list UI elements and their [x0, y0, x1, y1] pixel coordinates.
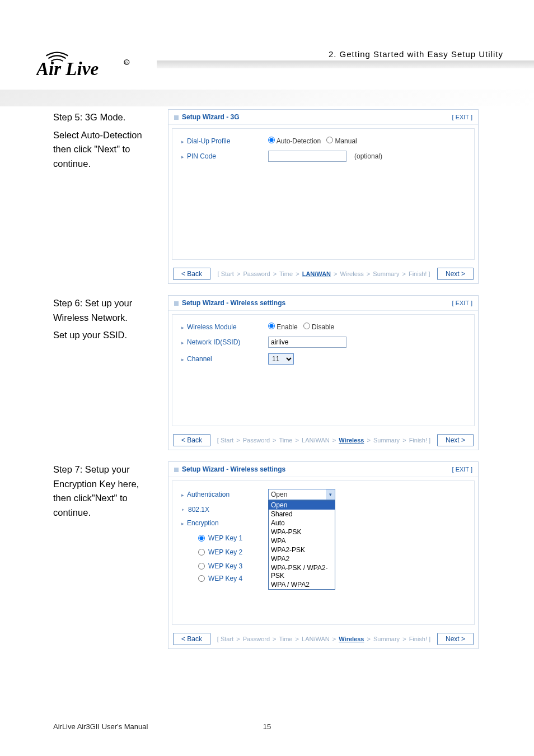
auth-option[interactable]: WPA2	[269, 554, 335, 563]
back-button[interactable]: < Back	[173, 633, 210, 645]
back-button[interactable]: < Back	[173, 268, 210, 280]
step5-title: Step 5: 3G Mode.	[53, 110, 158, 125]
brand-logo: Air Live R	[36, 48, 134, 83]
wizard-wireless-encryption: Setup Wizard - Wireless settings [ EXIT …	[168, 461, 479, 649]
wep-key-4-radio[interactable]	[198, 575, 205, 582]
wep-key-1-radio[interactable]	[198, 535, 205, 542]
manual-name: AirLive Air3GII User's Manual	[53, 722, 148, 731]
wep-key-2-label: WEP Key 2	[208, 548, 242, 556]
auth-option[interactable]: WPA-PSK / WPA2-PSK	[269, 563, 335, 580]
breadcrumb: [ Start > Password > Time > LAN/WAN > Wi…	[210, 636, 437, 642]
wep-key-3-label: WEP Key 3	[208, 562, 242, 570]
pin-input[interactable]	[268, 151, 346, 162]
back-button[interactable]: < Back	[173, 434, 210, 446]
channel-label: Channel	[181, 355, 268, 363]
auth-label: Authentication	[181, 491, 268, 498]
auth-option[interactable]: WPA / WPA2	[269, 580, 335, 589]
step6-text: Step 6: Set up your Wireless Network. Se…	[0, 295, 168, 450]
auth-option[interactable]: WPA2-PSK	[269, 545, 335, 554]
wep-key-4-label: WEP Key 4	[208, 575, 242, 582]
auth-select[interactable]: Open ▾	[268, 489, 335, 500]
step6-desc: Set up your SSID.	[53, 328, 158, 343]
wizard-wireless-settings: Setup Wizard - Wireless settings [ EXIT …	[168, 295, 479, 450]
enable-radio[interactable]: Enable	[268, 323, 298, 331]
wep-key-3-radio[interactable]	[198, 563, 205, 570]
page-number: 15	[263, 722, 271, 731]
step7-title: Step 7: Setup your Encryption Key here, …	[53, 463, 158, 520]
auth-option[interactable]: WPA	[269, 536, 335, 545]
svg-text:R: R	[125, 61, 128, 64]
wizard-title: Setup Wizard - Wireless settings	[174, 465, 285, 473]
wizard-title: Setup Wizard - 3G	[174, 113, 240, 121]
channel-select[interactable]: 11	[268, 353, 294, 365]
wep-key-2-radio[interactable]	[198, 549, 205, 556]
exit-link[interactable]: [ EXIT ]	[452, 300, 472, 306]
dialup-label: Dial-Up Profile	[181, 137, 268, 145]
page-footer: AirLive Air3GII User's Manual 15	[0, 722, 534, 731]
wep-key-1-label: WEP Key 1	[208, 534, 242, 542]
8021x-label: 802.1X	[181, 506, 268, 514]
next-button[interactable]: Next >	[437, 633, 474, 645]
auth-option[interactable]: WPA-PSK	[269, 528, 335, 536]
auto-detection-radio[interactable]: Auto-Detection	[268, 137, 321, 145]
chevron-down-icon: ▾	[326, 489, 335, 500]
pin-label: PIN Code	[181, 152, 268, 160]
step5-desc: Select Auto-Detection then click "Next" …	[53, 128, 158, 171]
step7-text: Step 7: Setup your Encryption Key here, …	[0, 461, 168, 649]
auth-options-list[interactable]: Open Shared Auto WPA-PSK WPA WPA2-PSK WP…	[268, 500, 335, 590]
svg-text:Air Live: Air Live	[36, 59, 99, 79]
ssid-label: Network ID(SSID)	[181, 338, 268, 346]
encryption-label: Encryption	[181, 519, 268, 527]
exit-link[interactable]: [ EXIT ]	[452, 466, 472, 473]
wizard-title: Setup Wizard - Wireless settings	[174, 299, 285, 307]
manual-radio[interactable]: Manual	[326, 137, 357, 145]
breadcrumb: [ Start > Password > Time > LAN/WAN > Wi…	[210, 437, 437, 444]
ssid-input[interactable]	[268, 337, 346, 348]
wizard-3g: Setup Wizard - 3G [ EXIT ] Dial-Up Profi…	[168, 109, 479, 284]
next-button[interactable]: Next >	[437, 268, 474, 280]
page-header: Air Live R 2. Getting Started with Easy …	[0, 0, 534, 87]
pin-optional: (optional)	[354, 152, 382, 160]
chapter-title: 2. Getting Started with Easy Setup Utili…	[329, 49, 503, 59]
step6-title: Step 6: Set up your Wireless Network.	[53, 296, 158, 325]
auth-option[interactable]: Open	[269, 501, 335, 510]
next-button[interactable]: Next >	[437, 434, 474, 446]
wireless-module-label: Wireless Module	[181, 323, 268, 331]
auth-option[interactable]: Shared	[269, 510, 335, 519]
header-sweep-bg	[0, 90, 534, 106]
exit-link[interactable]: [ EXIT ]	[452, 114, 472, 120]
header-divider-bar	[157, 60, 534, 68]
breadcrumb: [ Start > Password > Time > LAN/WAN > Wi…	[210, 270, 437, 277]
auth-option[interactable]: Auto	[269, 519, 335, 528]
step5-text: Step 5: 3G Mode. Select Auto-Detection t…	[0, 109, 168, 284]
disable-radio[interactable]: Disable	[303, 323, 334, 331]
